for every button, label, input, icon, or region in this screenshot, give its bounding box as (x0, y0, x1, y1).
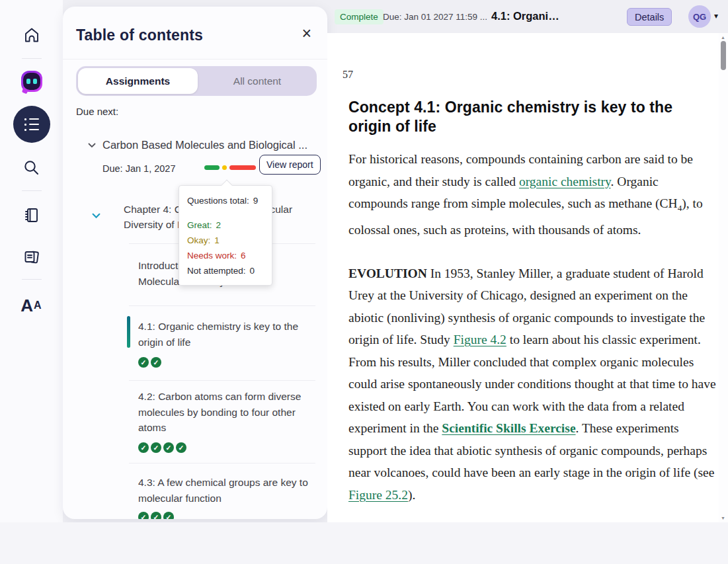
sidebar-divider (22, 190, 42, 191)
sidebar-item-search[interactable] (0, 157, 63, 177)
sidebar-item-table-of-contents[interactable] (0, 106, 63, 143)
sidebar-item-notebook[interactable] (0, 205, 63, 225)
page-paragraphs: For historical reasons, compounds contai… (348, 148, 716, 527)
check-badge: ✓ (138, 357, 149, 368)
scroll-up-icon[interactable]: ▲ (721, 35, 725, 40)
divider (63, 59, 327, 60)
home-icon (22, 26, 41, 44)
details-button[interactable]: Details (627, 8, 672, 26)
tooltip-great-row: Great:2 (187, 218, 264, 233)
check-badge: ✓ (151, 442, 161, 453)
page-number: 57 (343, 69, 353, 81)
check-badge: ✓ (163, 512, 174, 519)
toc-item-4-2[interactable]: 4.2: Carbon atoms can form diverse molec… (138, 389, 310, 436)
sidebar-divider (22, 58, 42, 59)
paragraph: For historical reasons, compounds contai… (348, 148, 716, 241)
bold-text: EVOLUTION (348, 266, 427, 280)
divider (129, 463, 315, 463)
check-badge: ✓ (151, 512, 161, 519)
check-badge: ✓ (138, 512, 149, 519)
active-item-indicator (127, 316, 130, 348)
concept-heading: Concept 4.1: Organic chemistry is key to… (348, 98, 706, 136)
tab-all-content[interactable]: All content (198, 66, 317, 96)
content-link[interactable]: Figure 25.2 (348, 488, 408, 502)
sidebar-item-home[interactable] (0, 25, 63, 45)
due-next-label: Due next: (76, 106, 118, 117)
check-badge: ✓ (151, 357, 161, 368)
scrollbar[interactable]: ▲ ▼ (719, 33, 728, 522)
content-link[interactable]: Figure 4.2 (454, 333, 506, 346)
chevron-down-icon[interactable] (88, 143, 96, 148)
ereader-app: AA Table of contents × Assignments All c… (0, 0, 728, 564)
content-link[interactable]: Scientific Skills Exercise (442, 421, 575, 435)
check-badge: ✓ (176, 442, 186, 453)
score-tooltip: Questions total:9 Great:2 Okay:1 Needs w… (179, 185, 272, 286)
tooltip-not-attempted-row: Not attempted:0 (187, 263, 264, 278)
paragraph: EVOLUTION In 1953, Stanley Miller, a gra… (348, 262, 716, 506)
tooltip-needs-work-row: Needs work:6 (187, 248, 264, 263)
table-of-contents-panel: Table of contents × Assignments All cont… (63, 7, 327, 519)
sidebar-divider (22, 279, 42, 280)
text-settings-icon: A (20, 296, 34, 316)
tooltip-okay-row: Okay:1 (187, 233, 264, 248)
chevron-down-icon[interactable] (92, 213, 101, 219)
check-badge: ✓ (138, 442, 149, 453)
status-badge: Complete (335, 9, 384, 24)
sidebar-item-text-settings[interactable]: AA (0, 295, 63, 316)
tab-assignments[interactable]: Assignments (78, 68, 198, 94)
chevron-down-icon[interactable]: ▾ (714, 11, 718, 20)
assignment-due-date: Due: Jan 1, 2027 (102, 163, 175, 174)
question-score-badges: ✓✓✓✓ (138, 442, 186, 453)
progress-segment-okay (222, 165, 227, 170)
toc-item-4-1[interactable]: 4.1: Organic chemistry is key to the ori… (138, 319, 310, 350)
toc-item-4-3[interactable]: 4.3: A few chemical groups are key to mo… (138, 475, 310, 506)
question-score-badges: ✓✓✓ (138, 512, 174, 519)
progress-segment-great (204, 165, 220, 170)
table-of-contents-icon (13, 106, 50, 143)
text-run: to learn about his classic experiment. F… (348, 333, 716, 435)
toc-tab-bar: Assignments All content (76, 66, 317, 96)
header-due-date: Due: Jan 01 2027 11:59 ... (383, 12, 487, 22)
check-badge: ✓ (163, 442, 174, 453)
flashcards-icon (22, 248, 41, 266)
tooltip-total-row: Questions total:9 (187, 193, 264, 208)
question-score-badges: ✓✓ (138, 357, 161, 368)
text-run: ). (408, 488, 415, 502)
content-link[interactable]: organic chemistry (519, 175, 611, 188)
bottom-toolbar: 9/9 View report → (0, 522, 728, 564)
assignment-title[interactable]: Carbon Based Molecules and Biological ..… (102, 139, 321, 151)
progress-segment-needs-work (229, 165, 256, 170)
reading-pane: 57 Concept 4.1: Organic chemistry is key… (327, 33, 728, 522)
toc-title: Table of contents (76, 26, 203, 44)
sidebar-item-flashcards[interactable] (0, 247, 63, 267)
score-progress-bar[interactable] (204, 165, 256, 170)
divider (129, 380, 315, 381)
ai-assistant-icon (21, 71, 42, 92)
scroll-down-icon[interactable]: ▼ (721, 516, 725, 520)
notebook-icon (22, 206, 40, 224)
view-report-button[interactable]: View report (259, 155, 321, 175)
avatar[interactable]: QG (688, 5, 711, 28)
search-icon (22, 159, 40, 177)
left-sidebar: AA (0, 0, 63, 522)
scrollbar-thumb[interactable] (721, 41, 726, 70)
sidebar-item-ai-assistant[interactable] (0, 70, 63, 93)
close-icon[interactable]: × (302, 25, 311, 42)
divider (129, 305, 315, 306)
header-document-title: 4.1: Organi… (491, 10, 559, 22)
tooltip-arrow (222, 180, 233, 191)
